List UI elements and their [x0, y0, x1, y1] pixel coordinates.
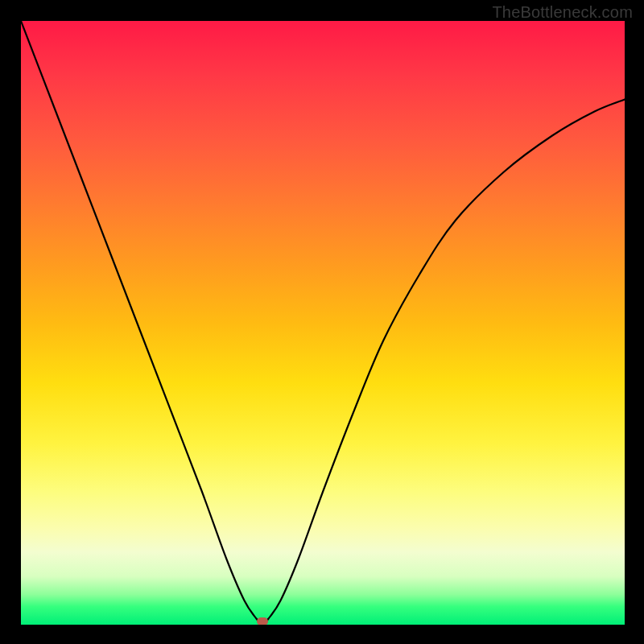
- bottleneck-curve-path: [21, 21, 625, 625]
- plot-area: [21, 21, 625, 625]
- watermark-label: TheBottleneck.com: [492, 3, 633, 22]
- bottleneck-curve: [21, 21, 625, 625]
- chart-stage: TheBottleneck.com: [0, 0, 644, 644]
- optimal-point-marker: [257, 617, 268, 625]
